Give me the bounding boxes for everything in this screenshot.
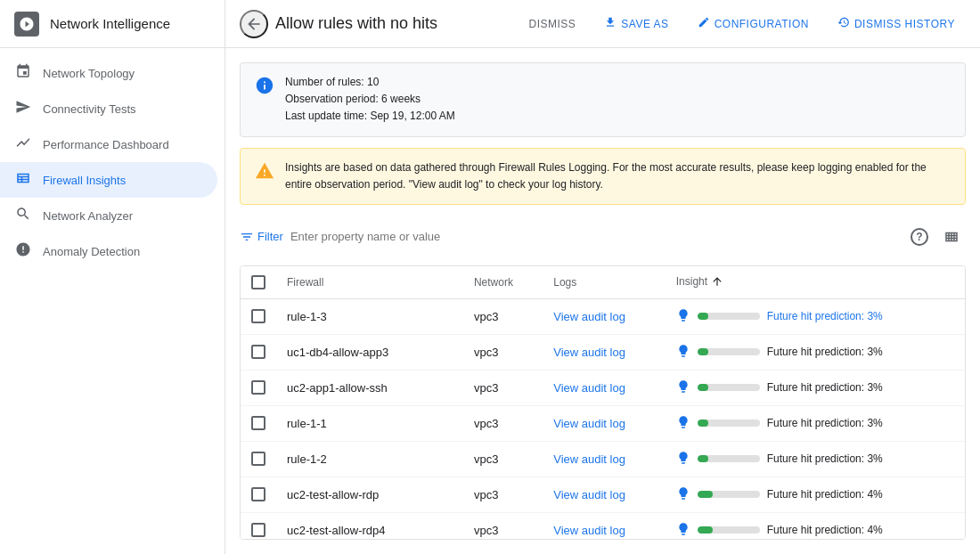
firewall-cell-4: rule-1-2 bbox=[276, 441, 463, 477]
view-audit-log-link-0[interactable]: View audit log bbox=[553, 310, 625, 323]
view-audit-log-link-5[interactable]: View audit log bbox=[553, 488, 625, 501]
sidebar-item-label-topology: Network Topology bbox=[43, 67, 135, 80]
logs-cell-2[interactable]: View audit log bbox=[543, 370, 666, 405]
logs-cell-3[interactable]: View audit log bbox=[543, 405, 666, 441]
sidebar-item-connectivity[interactable]: Connectivity Tests bbox=[0, 91, 217, 126]
view-audit-log-link-2[interactable]: View audit log bbox=[553, 381, 625, 395]
logs-cell-0[interactable]: View audit log bbox=[543, 298, 666, 334]
logs-cell-4[interactable]: View audit log bbox=[543, 441, 666, 477]
view-audit-log-link-6[interactable]: View audit log bbox=[553, 524, 625, 537]
filter-label[interactable]: Filter bbox=[240, 230, 283, 244]
row-checkbox-6[interactable] bbox=[251, 523, 265, 537]
main-content: Allow rules with no hits DISMISS SAVE AS… bbox=[225, 0, 980, 554]
network-cell-1: vpc3 bbox=[463, 334, 543, 370]
sidebar: Network Intelligence Network Topology Co… bbox=[0, 0, 225, 554]
insight-cell-2: Future hit prediction: 3% bbox=[666, 370, 965, 405]
insight-text-3: Future hit prediction: 3% bbox=[767, 417, 883, 429]
insight-bar-container-0 bbox=[698, 313, 760, 320]
row-checkbox-2[interactable] bbox=[251, 380, 265, 395]
view-audit-log-link-1[interactable]: View audit log bbox=[553, 346, 625, 359]
sidebar-item-anomaly[interactable]: Anomaly Detection bbox=[0, 233, 217, 269]
sidebar-item-label-anomaly: Anomaly Detection bbox=[43, 245, 140, 258]
insight-cell-0: Future hit prediction: 3% bbox=[666, 298, 965, 334]
filter-input[interactable] bbox=[290, 230, 898, 243]
insight-text-0[interactable]: Future hit prediction: 3% bbox=[767, 310, 883, 322]
logs-cell-6[interactable]: View audit log bbox=[543, 512, 666, 540]
insight-text-4: Future hit prediction: 3% bbox=[767, 452, 883, 465]
row-checkbox-cell-6[interactable] bbox=[241, 512, 276, 540]
warning-box: Insights are based on data gathered thro… bbox=[240, 148, 966, 205]
table-row: uc2-test-allow-rdp vpc3 View audit log F… bbox=[241, 477, 965, 512]
insight-bar-container-6 bbox=[698, 526, 760, 534]
sidebar-item-performance[interactable]: Performance Dashboard bbox=[0, 126, 217, 162]
row-checkbox-cell-3[interactable] bbox=[241, 405, 276, 441]
help-button[interactable]: ? bbox=[905, 223, 934, 251]
row-checkbox-4[interactable] bbox=[251, 452, 265, 466]
table-row: rule-1-2 vpc3 View audit log Future hit … bbox=[241, 441, 965, 477]
sidebar-item-label-performance: Performance Dashboard bbox=[43, 138, 169, 151]
row-checkbox-cell-5[interactable] bbox=[241, 477, 276, 512]
insight-bar-5 bbox=[698, 491, 713, 498]
table-row: uc2-test-allow-rdp4 vpc3 View audit log … bbox=[241, 512, 965, 540]
row-checkbox-3[interactable] bbox=[251, 416, 265, 430]
view-audit-log-link-4[interactable]: View audit log bbox=[553, 452, 625, 466]
dismiss-label: DISMISS bbox=[528, 18, 576, 30]
table-row: uc2-app1-allow-ssh vpc3 View audit log F… bbox=[241, 370, 965, 405]
info-line-3: Last update time: Sep 19, 12:00 AM bbox=[285, 108, 455, 125]
table-row: uc1-db4-allow-app3 vpc3 View audit log F… bbox=[241, 334, 965, 370]
content-area: Number of rules: 10 Observation period: … bbox=[225, 48, 980, 554]
save-as-icon bbox=[604, 16, 617, 31]
performance-nav-icon bbox=[14, 134, 32, 154]
configuration-icon bbox=[698, 16, 710, 31]
dismiss-history-button[interactable]: DISMISS HISTORY bbox=[827, 11, 966, 37]
select-all-header[interactable] bbox=[241, 266, 276, 299]
row-checkbox-1[interactable] bbox=[251, 345, 265, 359]
insight-bar-container-3 bbox=[698, 420, 760, 427]
row-checkbox-0[interactable] bbox=[251, 309, 265, 323]
firewall-cell-0: rule-1-3 bbox=[276, 298, 463, 334]
insight-text-5: Future hit prediction: 4% bbox=[767, 488, 883, 501]
insight-bulb-icon-4 bbox=[676, 451, 690, 468]
filter-text: Filter bbox=[257, 230, 283, 243]
columns-button[interactable] bbox=[937, 223, 966, 251]
back-button[interactable] bbox=[240, 10, 268, 38]
filter-actions: ? bbox=[905, 223, 966, 251]
network-cell-3: vpc3 bbox=[463, 405, 543, 441]
insight-bulb-icon-6 bbox=[676, 522, 690, 539]
insight-bar-container-5 bbox=[698, 491, 760, 498]
sidebar-item-analyzer[interactable]: Network Analyzer bbox=[0, 198, 217, 233]
dismiss-history-label: DISMISS HISTORY bbox=[854, 18, 955, 30]
configuration-button[interactable]: CONFIGURATION bbox=[687, 11, 820, 37]
insight-cell-5: Future hit prediction: 4% bbox=[666, 477, 965, 512]
table-body: rule-1-3 vpc3 View audit log Future hit … bbox=[241, 298, 965, 540]
sidebar-item-topology[interactable]: Network Topology bbox=[0, 55, 217, 91]
insight-col-header[interactable]: Insight bbox=[666, 266, 965, 297]
logs-cell-5[interactable]: View audit log bbox=[543, 477, 666, 512]
table-container: Firewall Network Logs Insight rule-1-3 v… bbox=[240, 265, 966, 540]
row-checkbox-cell-2[interactable] bbox=[241, 370, 276, 405]
insight-text-2: Future hit prediction: 3% bbox=[767, 381, 883, 394]
insight-bulb-icon-3 bbox=[676, 415, 690, 432]
insight-cell-6: Future hit prediction: 4% bbox=[666, 512, 965, 540]
row-checkbox-5[interactable] bbox=[251, 487, 265, 501]
row-checkbox-cell-1[interactable] bbox=[241, 334, 276, 370]
view-audit-log-link-3[interactable]: View audit log bbox=[553, 417, 625, 430]
sidebar-item-label-firewall: Firewall Insights bbox=[43, 174, 126, 187]
row-checkbox-cell-0[interactable] bbox=[241, 298, 276, 334]
select-all-checkbox[interactable] bbox=[251, 275, 265, 289]
logs-cell-1[interactable]: View audit log bbox=[543, 334, 666, 370]
firewall-cell-3: rule-1-1 bbox=[276, 405, 463, 441]
info-line-2: Observation period: 6 weeks bbox=[285, 91, 455, 108]
dismiss-button[interactable]: DISMISS bbox=[518, 12, 586, 36]
warning-icon bbox=[255, 161, 274, 185]
insight-bar-2 bbox=[698, 384, 709, 391]
row-checkbox-cell-4[interactable] bbox=[241, 441, 276, 477]
sidebar-item-firewall[interactable]: Firewall Insights bbox=[0, 162, 217, 198]
insight-bar-container-4 bbox=[698, 455, 760, 462]
network-cell-6: vpc3 bbox=[463, 512, 543, 540]
info-box: Number of rules: 10 Observation period: … bbox=[240, 62, 966, 137]
connectivity-nav-icon bbox=[14, 99, 32, 118]
insight-bulb-icon-2 bbox=[676, 379, 690, 396]
save-as-button[interactable]: SAVE AS bbox=[593, 11, 679, 37]
logs-col-header: Logs bbox=[543, 266, 666, 299]
